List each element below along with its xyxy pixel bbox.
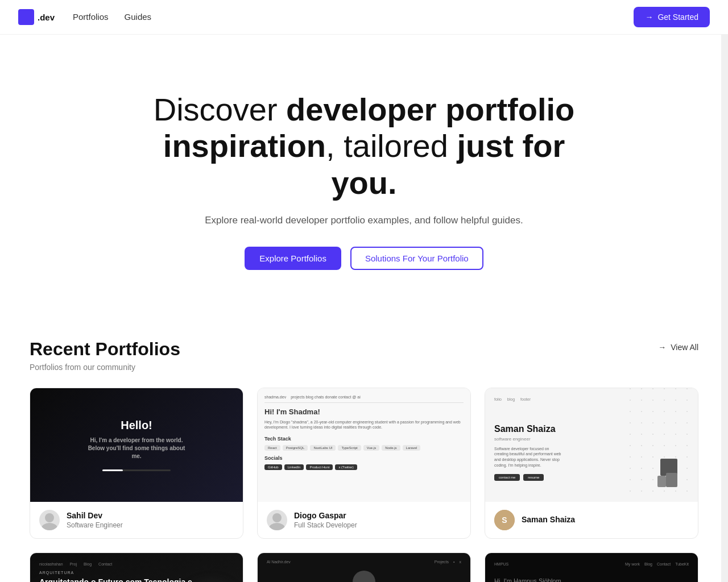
svg-point-1 (42, 523, 57, 530)
explore-portfolios-button[interactable]: Explore Portfolios (245, 247, 341, 270)
hero-title: Discover developer portfolio inspiration… (126, 92, 602, 201)
portfolio-grid: Hello! Hi, I'm a developer from the worl… (30, 388, 698, 582)
solutions-button[interactable]: Solutions For Your Portfolio (350, 247, 483, 270)
section-header: Recent Portfolios Portfolios from our co… (30, 338, 698, 371)
hero-section: Discover developer portfolio inspiration… (108, 35, 620, 315)
portfolio-card[interactable]: folio blog footer Saman Shaiza software … (485, 388, 698, 539)
section-subtitle: Portfolios from our community (30, 363, 180, 372)
logo-text: .dev (38, 13, 55, 22)
portfolio-thumbnail: Al Nadhir.dev Projects•x Hey, I'm Nadhir… (258, 553, 470, 582)
svg-point-2 (272, 513, 282, 522)
svg-point-3 (269, 523, 285, 530)
avatar: S (494, 510, 515, 530)
svg-rect-8 (657, 476, 666, 487)
navbar: .dev Portfolios Guides → Get Started (0, 0, 728, 35)
portfolio-info: Diogo Gaspar Full Stack Developer (294, 511, 357, 529)
logo-link[interactable]: .dev (18, 9, 55, 25)
portfolio-card[interactable]: Al Nadhir.dev Projects•x Hey, I'm Nadhir… (257, 552, 471, 582)
portfolio-meta: S Saman Shaiza (485, 502, 698, 538)
view-all-link[interactable]: → View All (658, 343, 698, 352)
nav-links: Portfolios Guides (73, 12, 634, 22)
portfolio-card[interactable]: nicolasfrahan Proj Blog Contact Arquitet… (30, 552, 243, 582)
arrow-right-icon: → (645, 13, 653, 22)
hero-buttons: Explore Portfolios Solutions For Your Po… (126, 247, 602, 270)
portfolio-card[interactable]: HMPUS My workBlogContactTubeKit Hi, I'm … (485, 552, 698, 582)
svg-rect-7 (666, 473, 677, 487)
portfolio-meta: Diogo Gaspar Full Stack Developer (258, 502, 470, 538)
recent-portfolios-section: Recent Portfolios Portfolios from our co… (11, 315, 717, 582)
portfolio-card[interactable]: Hello! Hi, I'm a developer from the worl… (30, 388, 243, 539)
section-title: Recent Portfolios (30, 338, 180, 360)
page-scrollbar[interactable] (721, 0, 728, 582)
avatar (267, 510, 287, 530)
arrow-right-icon: → (658, 343, 666, 352)
logo-icon (18, 9, 34, 25)
portfolio-info: Saman Shaiza (522, 515, 575, 525)
nav-portfolios[interactable]: Portfolios (73, 12, 109, 22)
section-title-group: Recent Portfolios Portfolios from our co… (30, 338, 180, 371)
portfolio-thumbnail: Hello! Hi, I'm a developer from the worl… (30, 388, 243, 502)
svg-point-0 (45, 513, 54, 522)
portfolio-thumbnail: HMPUS My workBlogContactTubeKit Hi, I'm … (485, 553, 698, 582)
nav-guides[interactable]: Guides (125, 12, 152, 22)
avatar (39, 510, 60, 530)
hero-subtitle: Explore real-world developer portfolio e… (126, 215, 602, 226)
get-started-button[interactable]: → Get Started (634, 7, 710, 27)
portfolio-meta: Sahil Dev Software Engineer (30, 502, 243, 538)
saman-illustration (649, 453, 689, 493)
svg-text:S: S (502, 516, 507, 525)
portfolio-thumbnail: shadma.dev projects blog chats donate co… (258, 388, 470, 502)
portfolio-card[interactable]: shadma.dev projects blog chats donate co… (257, 388, 471, 539)
portfolio-info: Sahil Dev Software Engineer (67, 511, 123, 529)
portfolio-thumbnail: nicolasfrahan Proj Blog Contact Arquitet… (30, 553, 243, 582)
portfolio-thumbnail: folio blog footer Saman Shaiza software … (485, 388, 698, 502)
